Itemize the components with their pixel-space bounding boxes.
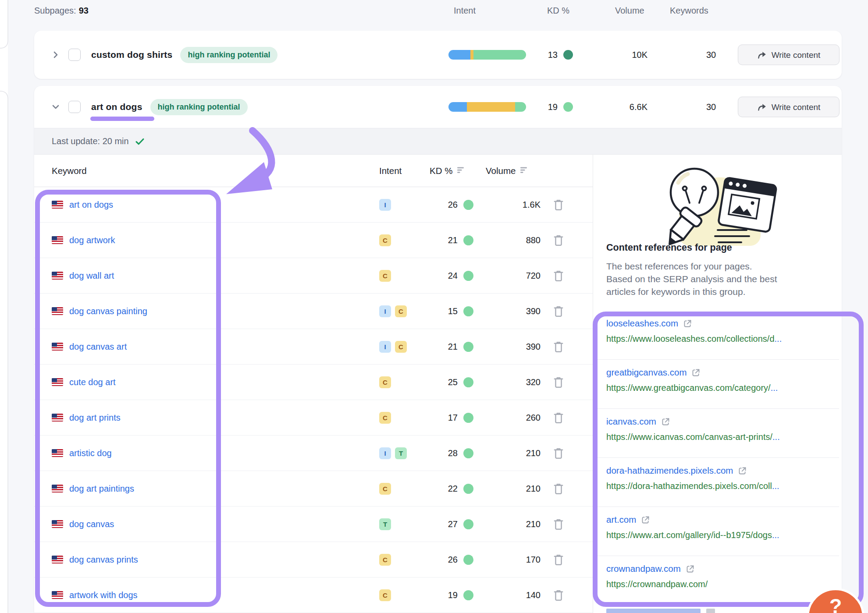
write-content-label: Write content bbox=[772, 50, 821, 60]
reference-domain-link[interactable]: dora-hathazimendes.pixels.com bbox=[606, 465, 839, 476]
keyword-table-row: dog canvas painting IC 15 390 bbox=[34, 294, 593, 329]
us-flag-icon bbox=[52, 556, 63, 563]
keyword-link[interactable]: dog art prints bbox=[69, 413, 121, 423]
reference-item: dora-hathazimendes.pixels.com https://do… bbox=[593, 458, 839, 507]
keyword-cell: dog canvas bbox=[52, 507, 114, 542]
reference-url[interactable]: https://crownandpaw.com/ bbox=[606, 579, 839, 589]
ranking-potential-badge: high ranking potential bbox=[150, 99, 248, 115]
keyword-subpages-screen: Subpages:93 Intent KD % Volume Keywords … bbox=[0, 0, 868, 613]
kd-cell: 13 bbox=[510, 31, 573, 79]
references-description-line: The best references for your pages. bbox=[606, 260, 777, 273]
kd-value: 19 bbox=[548, 102, 558, 112]
intent-badges: IC bbox=[379, 329, 407, 364]
us-flag-icon bbox=[52, 520, 63, 528]
keyword-table-row: artwork with dogs C 19 140 bbox=[34, 578, 593, 613]
reference-url[interactable]: https://www.greatbigcanvas.com/category/… bbox=[606, 383, 839, 393]
write-content-button[interactable]: Write content bbox=[738, 45, 840, 65]
sort-icon-volume[interactable] bbox=[519, 166, 530, 176]
external-link-icon bbox=[661, 417, 670, 426]
keyword-link[interactable]: artistic dog bbox=[69, 448, 112, 458]
volume-value: 140 bbox=[490, 578, 541, 613]
volume-value: 210 bbox=[490, 471, 541, 506]
check-icon bbox=[135, 137, 145, 146]
delete-icon[interactable] bbox=[551, 588, 566, 602]
keyword-link[interactable]: dog wall art bbox=[69, 271, 114, 281]
kd-cell: 25 bbox=[411, 365, 473, 400]
references-heading: Content references for page bbox=[606, 242, 732, 253]
subpages-count: 93 bbox=[79, 6, 89, 15]
keyword-link[interactable]: dog canvas bbox=[69, 519, 114, 529]
keyword-table-row: dog artwork C 21 880 bbox=[34, 223, 593, 258]
delete-icon[interactable] bbox=[551, 233, 566, 248]
kd-difficulty-dot bbox=[463, 555, 473, 565]
keyword-table-row: dog canvas prints C 26 170 bbox=[34, 542, 593, 578]
us-flag-icon bbox=[52, 307, 63, 315]
reference-url[interactable]: https://www.icanvas.com/canvas-art-print… bbox=[606, 432, 839, 442]
keyword-link[interactable]: dog art paintings bbox=[69, 484, 134, 494]
reference-url[interactable]: https://dora-hathazimendes.pixels.com/co… bbox=[606, 481, 839, 491]
reference-domain: dora-hathazimendes.pixels.com bbox=[606, 465, 733, 476]
kd-difficulty-dot bbox=[563, 102, 573, 112]
volume-value: 210 bbox=[490, 436, 541, 471]
reference-domain-link[interactable]: icanvas.com bbox=[606, 416, 839, 427]
last-update-bar: Last update: 20 min bbox=[34, 128, 842, 155]
table-header-kd-label: KD % bbox=[430, 166, 452, 176]
us-flag-icon bbox=[52, 201, 63, 209]
keyword-table-row: dog art prints C 17 260 bbox=[34, 400, 593, 436]
reference-url[interactable]: https://www.looseleashes.com/collections… bbox=[606, 334, 839, 344]
sort-icon-kd[interactable] bbox=[456, 166, 467, 176]
delete-icon[interactable] bbox=[551, 268, 566, 283]
reference-domain-link[interactable]: crownandpaw.com bbox=[606, 563, 839, 574]
intent-bar-segment bbox=[448, 102, 467, 112]
reference-item: crownandpaw.com https://crownandpaw.com/ bbox=[593, 556, 839, 605]
reference-domain-link[interactable]: looseleashes.com bbox=[606, 318, 839, 329]
url-truncation: ... bbox=[772, 481, 779, 491]
external-link-icon bbox=[691, 368, 701, 377]
kd-value: 17 bbox=[448, 413, 458, 423]
delete-icon[interactable] bbox=[551, 552, 566, 567]
intent-badges: C bbox=[379, 258, 391, 293]
reference-domain-link[interactable]: art.com bbox=[606, 514, 839, 525]
delete-icon[interactable] bbox=[551, 517, 566, 532]
keyword-link[interactable]: dog canvas art bbox=[69, 342, 127, 352]
keyword-link[interactable]: cute dog art bbox=[69, 377, 116, 387]
chevron-icon[interactable] bbox=[50, 101, 61, 113]
references-description-line: articles for keywords in this group. bbox=[606, 285, 777, 298]
delete-icon[interactable] bbox=[551, 304, 566, 319]
reference-domain: crownandpaw.com bbox=[606, 563, 681, 574]
intent-badges: IT bbox=[379, 436, 407, 471]
keyword-link[interactable]: artwork with dogs bbox=[69, 590, 138, 600]
row-checkbox[interactable] bbox=[68, 49, 81, 61]
references-list: looseleashes.com https://www.looseleashe… bbox=[593, 311, 839, 605]
kd-cell: 19 bbox=[510, 86, 573, 128]
chevron-icon[interactable] bbox=[50, 49, 61, 60]
keyword-link[interactable]: art on dogs bbox=[69, 200, 113, 210]
delete-icon[interactable] bbox=[551, 375, 566, 390]
keyword-cell: dog canvas painting bbox=[52, 294, 147, 329]
volume-value: 170 bbox=[490, 542, 541, 577]
kd-value: 15 bbox=[448, 306, 458, 316]
keyword-link[interactable]: dog canvas painting bbox=[69, 306, 147, 316]
reference-domain-link[interactable]: greatbigcanvas.com bbox=[606, 367, 839, 378]
kd-difficulty-dot bbox=[463, 377, 473, 387]
kd-difficulty-dot bbox=[463, 342, 473, 352]
intent-badges: C bbox=[379, 400, 391, 435]
kd-difficulty-dot bbox=[463, 271, 473, 281]
reference-url[interactable]: https://www.art.com/gallery/id--b1975/do… bbox=[606, 530, 839, 540]
kd-value: 21 bbox=[448, 342, 458, 352]
intent-badges: C bbox=[379, 542, 391, 577]
keyword-link[interactable]: dog artwork bbox=[69, 235, 115, 245]
keyword-link[interactable]: dog canvas prints bbox=[69, 555, 138, 565]
delete-icon[interactable] bbox=[551, 410, 566, 425]
last-update-text: Last update: 20 min bbox=[52, 136, 129, 146]
delete-icon[interactable] bbox=[551, 339, 566, 354]
delete-icon[interactable] bbox=[551, 481, 566, 496]
row-checkbox[interactable] bbox=[68, 101, 81, 113]
delete-icon[interactable] bbox=[551, 197, 566, 212]
delete-icon[interactable] bbox=[551, 446, 566, 461]
write-content-button[interactable]: Write content bbox=[738, 97, 840, 117]
kd-cell: 26 bbox=[411, 542, 473, 577]
references-description-line: Based on the SERP analysis and the best bbox=[606, 273, 777, 285]
keyword-cell: dog wall art bbox=[52, 258, 114, 293]
kd-value: 21 bbox=[448, 235, 458, 245]
